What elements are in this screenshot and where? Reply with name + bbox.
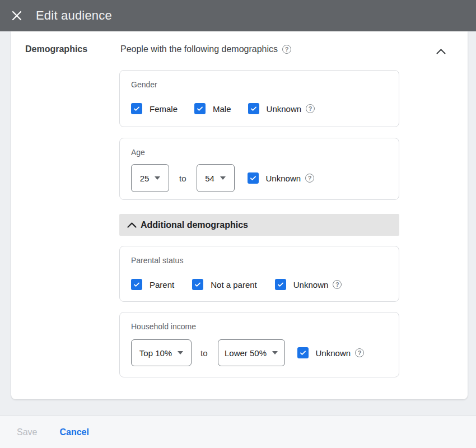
help-icon[interactable]: ? [333, 280, 342, 289]
chevron-up-icon[interactable] [432, 44, 450, 59]
chevron-down-icon [178, 351, 183, 354]
age-from-dropdown[interactable]: 25 [131, 164, 169, 192]
checkbox-male-label: Male [213, 104, 231, 114]
chevron-down-icon [220, 176, 226, 180]
section-title: People with the following demographics [120, 44, 278, 54]
checkbox-checked-icon [131, 103, 142, 114]
checkbox-not-a-parent[interactable]: Not a parent [192, 279, 257, 290]
close-icon[interactable] [6, 4, 28, 27]
cancel-button[interactable]: Cancel [59, 427, 88, 437]
dialog-title: Edit audience [36, 8, 112, 23]
checkbox-gender-unknown[interactable]: Unknown [248, 103, 302, 114]
checkbox-female-label: Female [150, 104, 178, 114]
section-label-demographics: Demographics [25, 44, 120, 54]
checkbox-income-unknown-label: Unknown [316, 348, 351, 358]
household-income-card: Household income Top 10% to Lower 50% Un… [119, 312, 399, 377]
checkbox-parent[interactable]: Parent [131, 279, 174, 290]
parental-card-label: Parental status [131, 255, 388, 265]
income-card-label: Household income [131, 321, 388, 332]
help-icon[interactable]: ? [282, 45, 291, 54]
help-icon[interactable]: ? [305, 174, 314, 183]
checkbox-age-unknown-label: Unknown [266, 174, 301, 183]
income-range-separator: to [200, 348, 208, 358]
age-from-value: 25 [140, 174, 150, 183]
income-from-value: Top 10% [139, 348, 172, 358]
checkbox-checked-icon [248, 103, 259, 114]
checkbox-age-unknown[interactable]: Unknown [248, 172, 301, 184]
dialog-header: Edit audience [0, 0, 476, 31]
checkbox-parental-unknown-label: Unknown [293, 280, 329, 290]
checkbox-checked-icon [297, 347, 309, 358]
help-icon[interactable]: ? [306, 104, 315, 113]
parental-status-card: Parental status Parent Not a parent [119, 246, 399, 302]
checkbox-checked-icon [194, 103, 206, 114]
additional-demographics-toggle[interactable]: Additional demographics [119, 214, 399, 236]
checkbox-gender-unknown-label: Unknown [267, 104, 302, 114]
checkbox-checked-icon [248, 172, 259, 184]
checkbox-income-unknown[interactable]: Unknown [297, 347, 351, 358]
dialog-footer: Save Cancel [0, 416, 476, 448]
age-card-label: Age [131, 147, 388, 157]
age-to-value: 54 [205, 174, 214, 183]
age-to-dropdown[interactable]: 54 [197, 164, 235, 192]
additional-demographics-label: Additional demographics [141, 220, 248, 230]
chevron-up-icon [127, 222, 137, 228]
age-card: Age 25 to 54 Unknown ? [119, 138, 399, 200]
checkbox-checked-icon [275, 279, 286, 290]
income-to-dropdown[interactable]: Lower 50% [218, 339, 285, 366]
save-button[interactable]: Save [17, 427, 37, 437]
checkbox-female[interactable]: Female [131, 103, 178, 114]
edit-audience-panel: Demographics People with the following d… [11, 31, 468, 399]
checkbox-not-a-parent-label: Not a parent [211, 280, 257, 290]
checkbox-male[interactable]: Male [194, 103, 231, 114]
income-to-value: Lower 50% [225, 348, 267, 358]
gender-card-label: Gender [131, 80, 388, 90]
demographics-section-header: Demographics People with the following d… [11, 44, 468, 59]
gender-card: Gender Female Male [119, 70, 399, 127]
checkbox-parent-label: Parent [150, 280, 174, 290]
checkbox-checked-icon [131, 279, 142, 290]
income-from-dropdown[interactable]: Top 10% [131, 339, 192, 366]
checkbox-parental-unknown[interactable]: Unknown [275, 279, 329, 290]
help-icon[interactable]: ? [355, 348, 364, 357]
chevron-down-icon [155, 176, 160, 180]
chevron-down-icon [272, 351, 278, 354]
age-range-separator: to [179, 174, 186, 183]
checkbox-checked-icon [192, 279, 203, 290]
